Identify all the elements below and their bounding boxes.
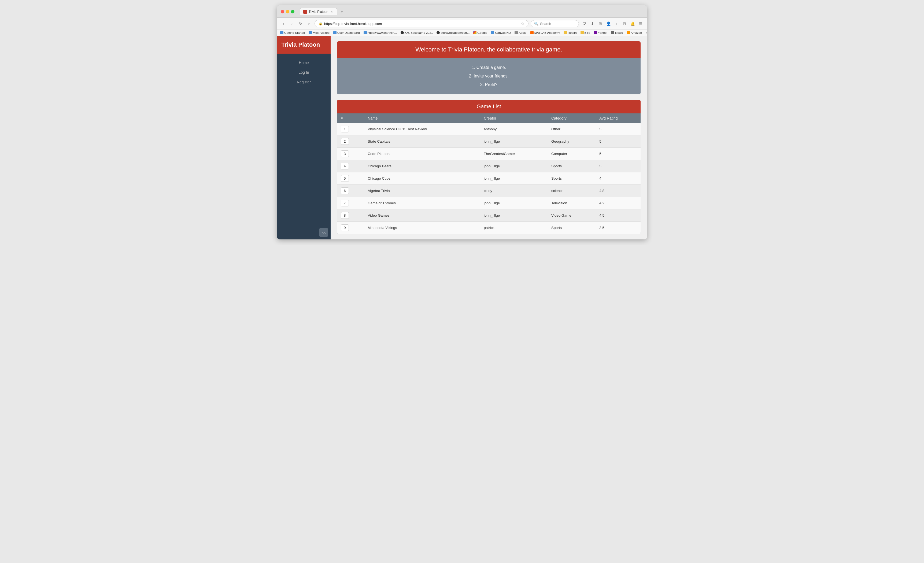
- col-header-name: Name: [364, 114, 480, 123]
- search-placeholder: Search: [540, 22, 551, 26]
- tab-bar: Trivia Platoon × +: [300, 8, 643, 15]
- sidebar-item-home[interactable]: Home: [277, 58, 331, 67]
- welcome-step-1: 1. Create a game.: [342, 63, 635, 72]
- cell-rating: 5: [596, 123, 640, 135]
- bookmark-ptbravo[interactable]: ptbravoplatoon/curr...: [436, 31, 470, 34]
- sidebar-toggle-button[interactable]: <<: [320, 228, 328, 237]
- bookmark-news[interactable]: News: [611, 31, 623, 34]
- sidebar-nav: Home Log In Register: [277, 54, 331, 226]
- bookmark-yahoo[interactable]: Yahoo!: [594, 31, 608, 34]
- bookmark-favicon: [580, 31, 584, 34]
- bookmark-earthlin[interactable]: https://www.earthlin...: [364, 31, 397, 34]
- shield-icon[interactable]: 🛡: [581, 20, 588, 27]
- cell-num: 2: [337, 135, 364, 148]
- bookmark-canvas[interactable]: Canvas ND: [491, 31, 511, 34]
- bookmark-label: ptbravoplatoon/curr...: [441, 31, 470, 34]
- table-row[interactable]: 8 Video Games john_lillge Video Game 4.5: [337, 210, 640, 222]
- table-row[interactable]: 6 Algebra Trivia cindy science 4.8: [337, 185, 640, 197]
- toolbar-icons: 🛡 ⬇ ⊞ 👤 ↑ ⊡ 🔔 ☰: [581, 20, 644, 27]
- bookmark-label: Google: [477, 31, 487, 34]
- table-row[interactable]: 5 Chicago Cubs john_lillge Sports 4: [337, 172, 640, 185]
- cell-category: Television: [548, 197, 596, 210]
- search-bar[interactable]: 🔍 Search: [531, 20, 579, 27]
- bookmark-label: News: [615, 31, 623, 34]
- profile-icon[interactable]: 👤: [605, 20, 612, 27]
- browser-window: Trivia Platoon × + ‹ › ↻ ⌂ 🔒 https://bcp…: [277, 5, 647, 240]
- bookmark-favicon: [611, 31, 614, 34]
- bookmark-label: Apple: [519, 31, 526, 34]
- home-button[interactable]: ⌂: [306, 20, 312, 27]
- bookmark-most-visited[interactable]: Most Visited: [309, 31, 329, 34]
- bookmark-label: https://www.earthlin...: [368, 31, 397, 34]
- browser-toolbar: ‹ › ↻ ⌂ 🔒 https://bcp-trivia-front.herok…: [277, 18, 647, 30]
- col-header-rating: Avg Rating: [596, 114, 640, 123]
- bookmark-amazon[interactable]: Amazon: [627, 31, 642, 34]
- sidebar-item-login[interactable]: Log In: [277, 67, 331, 77]
- cell-category: science: [548, 185, 596, 197]
- back-button[interactable]: ‹: [280, 20, 286, 27]
- bookmark-favicon: [594, 31, 597, 34]
- table-row[interactable]: 3 Code Platoon TheGreatestGamer Computer…: [337, 148, 640, 160]
- table-row[interactable]: 1 Physical Science CH 15 Test Review ant…: [337, 123, 640, 135]
- cell-category: Sports: [548, 172, 596, 185]
- minimize-button[interactable]: [286, 10, 290, 13]
- col-header-creator: Creator: [480, 114, 548, 123]
- bookmark-health[interactable]: Health: [564, 31, 576, 34]
- table-row[interactable]: 9 Minnesota Vikings patrick Sports 3.5: [337, 222, 640, 234]
- bookmark-user-dashboard[interactable]: User Dashboard: [333, 31, 360, 34]
- welcome-step-3: 3. Profit?: [342, 81, 635, 89]
- cell-name: Algebra Trivia: [364, 185, 480, 197]
- bookmark-getting-started[interactable]: Getting Started: [280, 31, 305, 34]
- forward-button[interactable]: ›: [289, 20, 295, 27]
- browser-titlebar: Trivia Platoon × +: [277, 5, 647, 18]
- cell-category: Other: [548, 123, 596, 135]
- welcome-step-2: 2. Invite your friends.: [342, 72, 635, 81]
- bookmark-label: Most Visited: [313, 31, 329, 34]
- cell-creator: cindy: [480, 185, 548, 197]
- maximize-button[interactable]: [291, 10, 294, 13]
- cell-creator: john_lillge: [480, 210, 548, 222]
- active-tab[interactable]: Trivia Platoon ×: [300, 8, 337, 15]
- download-icon[interactable]: ⬇: [589, 20, 596, 27]
- close-button[interactable]: [281, 10, 284, 13]
- bookmark-label: Amazon: [631, 31, 642, 34]
- table-row[interactable]: 2 State Capitals john_lillge Geography 5: [337, 135, 640, 148]
- bookmark-bills[interactable]: Bills: [580, 31, 590, 34]
- cell-name: State Capitals: [364, 135, 480, 148]
- cell-name: Chicago Bears: [364, 160, 480, 172]
- cell-rating: 5: [596, 135, 640, 148]
- cell-name: Physical Science CH 15 Test Review: [364, 123, 480, 135]
- cell-num: 1: [337, 123, 364, 135]
- table-row[interactable]: 4 Chicago Bears john_lillge Sports 5: [337, 160, 640, 172]
- search-icon: 🔍: [534, 22, 538, 26]
- notification-icon[interactable]: 🔔: [629, 20, 636, 27]
- menu-icon[interactable]: ☰: [638, 20, 644, 27]
- apps-icon[interactable]: ⊡: [621, 20, 628, 27]
- reload-button[interactable]: ↻: [297, 20, 304, 27]
- bookmark-google[interactable]: Google: [473, 31, 487, 34]
- traffic-lights: [281, 10, 294, 13]
- url-text: https://bcp-trivia-front.herokuapp.com: [324, 22, 519, 26]
- tab-favicon: [303, 10, 307, 13]
- bookmark-apple[interactable]: Apple: [514, 31, 526, 34]
- bookmark-ios-basecamp[interactable]: iOS Basecamp 2021: [400, 31, 433, 34]
- tab-close-button[interactable]: ×: [330, 10, 333, 13]
- cell-num: 7: [337, 197, 364, 210]
- table-row[interactable]: 7 Game of Thrones john_lillge Television…: [337, 197, 640, 210]
- sidebar-brand: Trivia Platoon: [277, 36, 331, 54]
- new-tab-button[interactable]: +: [339, 9, 345, 15]
- address-bar[interactable]: 🔒 https://bcp-trivia-front.herokuapp.com…: [315, 20, 528, 27]
- bookmark-matlab[interactable]: MATLAB Academy: [530, 31, 560, 34]
- bookmarks-more-button[interactable]: »: [646, 31, 647, 34]
- cell-name: Game of Thrones: [364, 197, 480, 210]
- welcome-header: Welcome to Trivia Platoon, the collabora…: [337, 41, 640, 58]
- cell-category: Computer: [548, 148, 596, 160]
- sidebar-item-register[interactable]: Register: [277, 77, 331, 87]
- welcome-banner: Welcome to Trivia Platoon, the collabora…: [337, 41, 640, 94]
- extensions-icon[interactable]: ⊞: [597, 20, 604, 27]
- share-icon[interactable]: ↑: [613, 20, 620, 27]
- game-list-title: Game List: [337, 100, 640, 114]
- bookmark-star-icon[interactable]: ☆: [521, 21, 525, 26]
- bookmark-label: User Dashboard: [338, 31, 360, 34]
- cell-creator: john_lillge: [480, 197, 548, 210]
